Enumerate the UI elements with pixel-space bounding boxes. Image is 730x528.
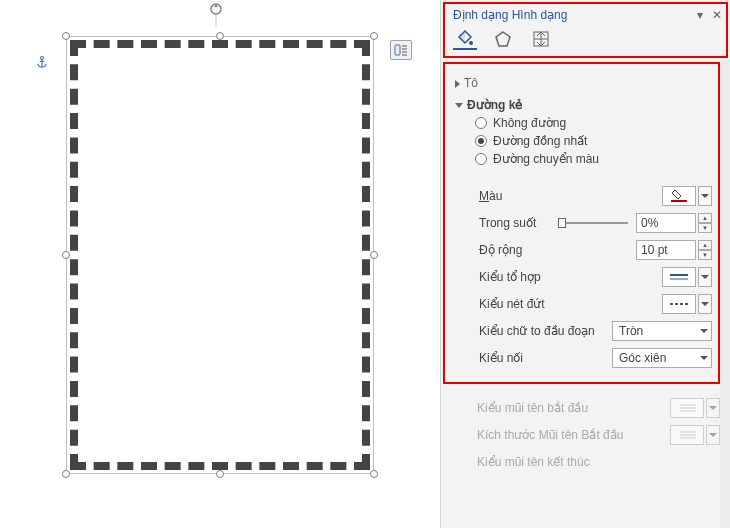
svg-marker-11 <box>496 32 510 46</box>
join-type-dropdown[interactable]: Góc xiên <box>612 348 712 368</box>
radio-no-line[interactable]: Không đường <box>475 116 712 130</box>
join-row: Kiểu nối Góc xiên <box>479 347 712 369</box>
arrow-begin-size-btn <box>706 425 720 445</box>
arrow-begin-btn <box>706 398 720 418</box>
size-properties-tab[interactable] <box>529 28 553 50</box>
color-picker[interactable] <box>662 186 696 206</box>
transparency-row: Trong suốt 0% ▲▼ <box>479 212 712 234</box>
radio-solid-line[interactable]: Đường đồng nhất <box>475 134 712 148</box>
arrow-begin-row: Kiểu mũi tên bắt đầu <box>477 397 720 419</box>
radio-gradient-line[interactable]: Đường chuyển màu <box>475 152 712 166</box>
spin-down[interactable]: ▼ <box>698 250 712 260</box>
dash-type-dropdown[interactable] <box>662 294 696 314</box>
resize-handle[interactable] <box>370 470 378 478</box>
rotate-handle-icon[interactable] <box>207 3 225 30</box>
anchor-icon <box>35 55 49 72</box>
cap-type-dropdown[interactable]: Tròn <box>612 321 712 341</box>
spin-up[interactable]: ▲ <box>698 213 712 223</box>
resize-handle[interactable] <box>216 470 224 478</box>
resize-handle[interactable] <box>370 32 378 40</box>
panel-tabs <box>453 28 722 50</box>
color-dropdown[interactable] <box>698 186 712 206</box>
compound-type-dropdown[interactable] <box>662 267 696 287</box>
dash-dropdown-btn[interactable] <box>698 294 712 314</box>
layout-options-button[interactable] <box>390 40 412 60</box>
panel-header: Định dạng Hình dạng ▾ ✕ <box>443 2 728 58</box>
panel-menu-button[interactable]: ▾ <box>697 8 703 22</box>
spin-down[interactable]: ▼ <box>698 223 712 233</box>
line-section: Tô Đường kẻ Không đường Đường đồng nhất … <box>443 62 720 384</box>
resize-handle[interactable] <box>62 470 70 478</box>
fill-section-header[interactable]: Tô <box>455 76 712 90</box>
arrow-begin-dropdown <box>670 398 704 418</box>
arrow-begin-size-dropdown <box>670 425 704 445</box>
svg-point-10 <box>469 41 473 45</box>
dash-row: Kiểu nét đứt <box>479 293 712 315</box>
compound-dropdown-btn[interactable] <box>698 267 712 287</box>
color-row: Màu <box>479 185 712 207</box>
svg-rect-5 <box>395 45 400 55</box>
resize-handle[interactable] <box>370 251 378 259</box>
arrow-begin-size-row: Kích thước Mũi tên Bắt đầu <box>477 424 720 446</box>
width-input[interactable]: 10 pt <box>636 240 696 260</box>
panel-title: Định dạng Hình dạng <box>453 8 567 22</box>
svg-rect-15 <box>671 200 687 202</box>
panel-close-button[interactable]: ✕ <box>712 8 722 22</box>
line-section-header[interactable]: Đường kẻ <box>455 98 712 112</box>
document-canvas[interactable] <box>0 0 440 528</box>
selected-shape[interactable] <box>60 30 380 480</box>
transparency-input[interactable]: 0% <box>636 213 696 233</box>
width-row: Độ rộng 10 pt ▲▼ <box>479 239 712 261</box>
svg-point-0 <box>41 56 44 59</box>
format-shape-panel: Định dạng Hình dạng ▾ ✕ Tô Đườn <box>440 0 730 528</box>
arrow-end-row: Kiểu mũi tên kết thúc <box>477 451 720 473</box>
resize-handle[interactable] <box>62 251 70 259</box>
effects-tab[interactable] <box>491 28 515 50</box>
resize-handle[interactable] <box>216 32 224 40</box>
compound-row: Kiểu tổ hợp <box>479 266 712 288</box>
resize-handle[interactable] <box>62 32 70 40</box>
dashed-rectangle <box>70 40 370 470</box>
fill-line-tab[interactable] <box>453 28 477 50</box>
transparency-slider[interactable] <box>558 222 628 224</box>
cap-row: Kiểu chữ to đầu đoạn Tròn <box>479 320 712 342</box>
spin-up[interactable]: ▲ <box>698 240 712 250</box>
scrollbar[interactable] <box>720 60 730 528</box>
